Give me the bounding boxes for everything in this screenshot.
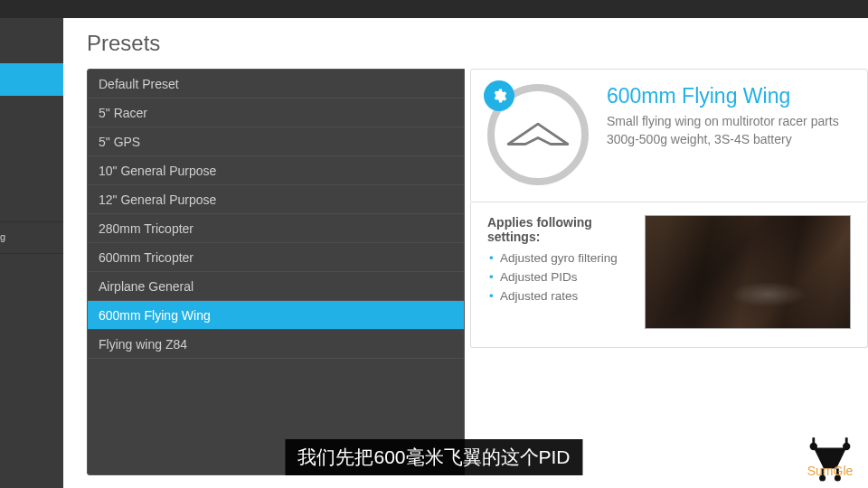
preset-item-default[interactable]: Default Preset: [88, 70, 464, 99]
watermark-logo: SumGle: [797, 434, 863, 484]
preset-icon-wrap: [487, 84, 589, 185]
preset-item-12-general[interactable]: 12" General Purpose: [88, 185, 464, 214]
left-rail-separator-item[interactable]: g: [0, 221, 63, 254]
preset-item-airplane-general[interactable]: Airplane General: [88, 272, 464, 301]
applies-card: Applies following settings: Adjusted gyr…: [470, 202, 868, 348]
flying-wing-icon: [506, 117, 570, 153]
preset-header-card: 600mm Flying Wing Small flying wing on m…: [470, 69, 868, 202]
applies-item: Adjusted rates: [487, 287, 627, 306]
top-bar: [0, 0, 868, 18]
left-rail-selected-item[interactable]: [0, 63, 63, 96]
applies-item: Adjusted gyro filtering: [487, 249, 627, 268]
panels: Default Preset 5" Racer 5" GPS 10" Gener…: [87, 69, 868, 475]
applies-list: Adjusted gyro filtering Adjusted PIDs Ad…: [487, 249, 627, 306]
preset-title: 600mm Flying Wing: [607, 84, 839, 108]
page-title: Presets: [63, 18, 868, 65]
preset-desc-line-1: Small flying wing on multirotor racer pa…: [607, 112, 839, 130]
preset-item-5-gps[interactable]: 5" GPS: [88, 127, 464, 156]
applies-text: Applies following settings: Adjusted gyr…: [487, 215, 627, 306]
preset-desc-line-2: 300g-500g weight, 3S-4S battery: [607, 130, 839, 148]
gear-badge: [484, 80, 514, 111]
preset-item-600-flying-wing[interactable]: 600mm Flying Wing: [88, 301, 464, 330]
content-area: Presets Default Preset 5" Racer 5" GPS 1…: [63, 18, 868, 488]
left-rail: g: [0, 18, 63, 488]
watermark-text: SumGle: [807, 464, 854, 478]
gear-icon: [491, 88, 507, 104]
preset-item-flying-wing-z84[interactable]: Flying wing Z84: [88, 330, 464, 359]
preset-item-600-tricopter[interactable]: 600mm Tricopter: [88, 243, 464, 272]
preset-list: Default Preset 5" Racer 5" GPS 10" Gener…: [87, 69, 465, 475]
preset-item-5-racer[interactable]: 5" Racer: [88, 99, 464, 127]
applies-item: Adjusted PIDs: [487, 268, 627, 287]
preset-description: Small flying wing on multirotor racer pa…: [607, 112, 839, 149]
video-subtitle: 我们先把600毫米飞翼的这个PID: [285, 439, 582, 475]
preset-item-280-tricopter[interactable]: 280mm Tricopter: [88, 214, 464, 243]
preview-thumbnail: [645, 215, 851, 329]
preset-item-10-general[interactable]: 10" General Purpose: [88, 156, 464, 185]
applies-heading: Applies following settings:: [487, 215, 627, 244]
preset-detail: 600mm Flying Wing Small flying wing on m…: [470, 69, 868, 475]
preset-header-text: 600mm Flying Wing Small flying wing on m…: [607, 84, 839, 149]
